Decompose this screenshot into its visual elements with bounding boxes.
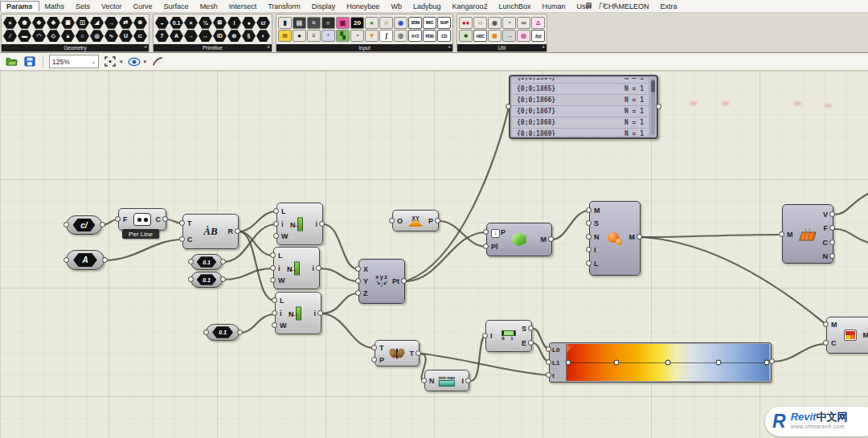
util-icon[interactable]: ◉ bbox=[488, 17, 502, 29]
gradient-grip[interactable] bbox=[565, 360, 571, 366]
group-expand-plus[interactable]: + bbox=[448, 44, 451, 50]
port-in-X[interactable] bbox=[355, 266, 361, 272]
menu-mesh[interactable]: Mesh bbox=[194, 2, 223, 11]
port-in-W[interactable] bbox=[273, 233, 279, 239]
deconstruct-mesh[interactable]: MVFCN↑ ↑ bbox=[782, 204, 833, 264]
menu-transform[interactable]: Transform bbox=[262, 2, 306, 11]
group-expand-plus[interactable]: + bbox=[267, 44, 270, 50]
primitive-hex-icon[interactable]: ◒ bbox=[155, 17, 169, 29]
port-in-i[interactable] bbox=[272, 310, 277, 316]
geometry-hex-icon[interactable]: ◫ bbox=[76, 17, 89, 29]
input-notch[interactable] bbox=[203, 330, 209, 335]
port-in-S[interactable] bbox=[586, 220, 592, 226]
flatten-tree[interactable]: TPT bbox=[375, 340, 420, 366]
output-notch[interactable] bbox=[100, 222, 105, 227]
input-notch[interactable] bbox=[188, 259, 194, 264]
port-in-P[interactable] bbox=[371, 357, 377, 362]
geometry-hex-icon[interactable]: ◈ bbox=[47, 17, 60, 29]
menu-curve[interactable]: Curve bbox=[128, 2, 158, 11]
menu-sets[interactable]: Sets bbox=[70, 2, 96, 11]
close-icon[interactable]: × bbox=[612, 1, 616, 9]
port-out-S[interactable] bbox=[528, 325, 534, 331]
port-out-M[interactable] bbox=[637, 234, 642, 239]
geometry-hex-icon[interactable]: ◠ bbox=[32, 30, 46, 42]
util-icon[interactable]: ⇒ bbox=[517, 17, 530, 29]
input-icon[interactable]: ■ bbox=[321, 17, 335, 29]
input-icon[interactable]: ◉ bbox=[394, 17, 407, 29]
primitive-hex-icon[interactable]: A bbox=[170, 30, 183, 42]
port-out-F[interactable] bbox=[829, 225, 835, 231]
mesh-modifier[interactable]: MSNILM bbox=[589, 201, 641, 276]
port-in-t[interactable] bbox=[546, 372, 551, 378]
primitive-hex-icon[interactable]: c/ bbox=[256, 17, 270, 29]
input-icon[interactable]: ≡ bbox=[307, 30, 321, 42]
input-icon[interactable]: ● bbox=[365, 17, 379, 29]
gradient[interactable]: L0L1t bbox=[549, 342, 772, 383]
zoom-extents-dropdown[interactable]: ▾ bbox=[120, 59, 123, 65]
util-icon[interactable]: ◍ bbox=[517, 30, 530, 42]
port-in-Y[interactable] bbox=[355, 278, 361, 284]
file-path-param[interactable]: c/ bbox=[66, 215, 102, 235]
util-icon[interactable]: ○ bbox=[473, 17, 487, 29]
input-notch[interactable] bbox=[63, 257, 69, 263]
port-in-M[interactable] bbox=[823, 321, 829, 327]
port-in-N[interactable] bbox=[421, 378, 427, 383]
sketch-pen-icon[interactable] bbox=[150, 55, 165, 68]
port-out-i[interactable] bbox=[319, 221, 325, 227]
xy-plane[interactable]: OPXY bbox=[392, 210, 439, 231]
panel-input-notch[interactable] bbox=[506, 104, 511, 109]
list-item-3[interactable]: LiWiN→ bbox=[275, 292, 321, 334]
construct-point[interactable]: XYZPtxyz↘↓↙° bbox=[358, 259, 405, 304]
group-expand-plus[interactable]: + bbox=[542, 44, 545, 50]
number-param-3[interactable]: 0.1 bbox=[206, 324, 240, 341]
port-in-C[interactable] bbox=[823, 340, 829, 346]
port-in-M[interactable] bbox=[779, 231, 784, 237]
util-icon[interactable]: ABC bbox=[473, 30, 487, 42]
port-out-E[interactable] bbox=[528, 340, 534, 346]
primitive-hex-icon[interactable]: ↔ bbox=[199, 30, 212, 42]
geometry-hex-icon[interactable]: ⊂ bbox=[133, 30, 147, 42]
port-in-I[interactable] bbox=[586, 247, 592, 252]
menu-kangaroo2[interactable]: Kangaroo2 bbox=[446, 2, 493, 11]
menu-display[interactable]: Display bbox=[306, 2, 342, 11]
letter-param[interactable]: A bbox=[66, 250, 104, 270]
geometry-hex-icon[interactable]: ◉ bbox=[18, 17, 31, 29]
text-split[interactable]: TCRÀB bbox=[182, 214, 239, 249]
preview-dropdown[interactable]: ▾ bbox=[144, 59, 147, 65]
port-in-O[interactable] bbox=[389, 218, 395, 223]
port-out-M[interactable] bbox=[548, 236, 554, 242]
gradient-grip[interactable] bbox=[614, 360, 620, 366]
input-icon[interactable]: 3DM bbox=[408, 17, 422, 29]
gradient-grip[interactable] bbox=[715, 360, 721, 366]
port-in-C[interactable] bbox=[179, 236, 185, 242]
input-icon[interactable]: ● bbox=[293, 30, 306, 42]
number-param-2[interactable]: 0.1 bbox=[190, 272, 223, 288]
primitive-hex-icon[interactable]: 0.1 bbox=[170, 17, 183, 29]
output-notch[interactable] bbox=[102, 257, 108, 263]
number-param-1[interactable]: 0.1 bbox=[190, 254, 223, 270]
geometry-hex-icon[interactable]: ▲ bbox=[61, 30, 75, 42]
menu-human[interactable]: Human bbox=[537, 2, 571, 11]
input-icon[interactable]: IMG bbox=[423, 17, 436, 29]
port-out-i[interactable] bbox=[316, 265, 321, 271]
primitive-hex-icon[interactable]: ⊖ bbox=[227, 30, 241, 42]
util-icon[interactable]: ●● bbox=[459, 17, 473, 29]
primitive-hex-icon[interactable]: × bbox=[184, 17, 198, 29]
geometry-hex-icon[interactable]: ◇ bbox=[47, 30, 60, 42]
panel-scroll-thumb[interactable] bbox=[651, 80, 655, 92]
output-notch[interactable] bbox=[220, 276, 226, 282]
port-out-T[interactable] bbox=[416, 350, 421, 356]
port-out-V[interactable] bbox=[829, 211, 835, 217]
menu-wb[interactable]: Wb bbox=[385, 2, 407, 11]
port-in-L1[interactable] bbox=[546, 359, 551, 365]
mesh-colours[interactable]: MCM bbox=[826, 317, 868, 354]
menu-ladybug[interactable]: Ladybug bbox=[407, 2, 447, 11]
primitive-hex-icon[interactable]: ¼ bbox=[199, 17, 212, 29]
port-out-R[interactable] bbox=[235, 228, 240, 234]
geometry-hex-icon[interactable]: ⇄ bbox=[119, 17, 133, 29]
util-icon[interactable]: ◔ bbox=[502, 17, 516, 29]
port-in-L[interactable] bbox=[270, 252, 276, 258]
zoom-select[interactable]: 125% ⌄ bbox=[49, 55, 99, 68]
input-icon[interactable]: ▼ bbox=[365, 30, 379, 42]
input-icon[interactable]: ≋ bbox=[278, 30, 292, 42]
